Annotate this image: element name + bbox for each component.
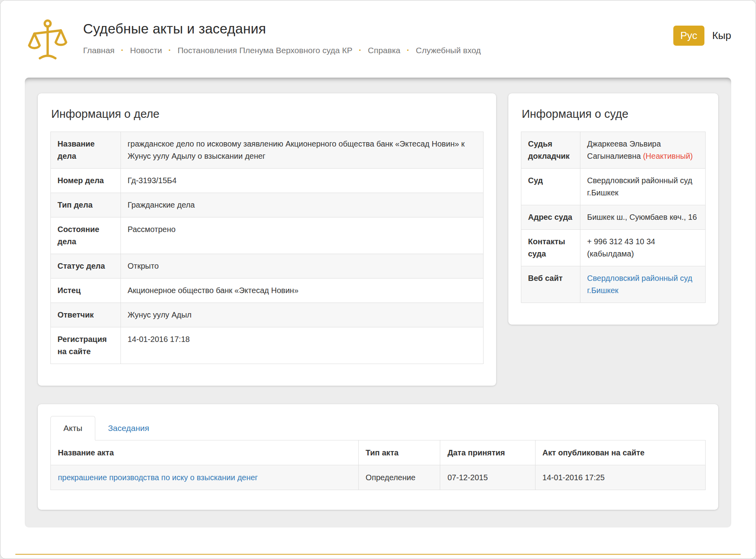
row-value: Гд-3193/15Б4 [121, 169, 484, 193]
scales-of-justice-icon [25, 19, 70, 66]
court-website-link[interactable]: Свердловский районный суд г.Бишкек [587, 274, 692, 295]
row-value: Жунус уулу Адыл [121, 303, 484, 327]
row-value: Бишкек ш., Суюмбаев көч., 16 [580, 205, 706, 230]
lang-rus-button[interactable]: Рус [673, 26, 704, 46]
row-label: Номер дела [51, 169, 121, 193]
acts-tabs: Акты Заседания [50, 416, 706, 440]
nav-item-plenum-resolutions[interactable]: Постановления Пленума Верховного суда КР [178, 46, 352, 55]
row-label: Название дела [51, 132, 121, 169]
row-label: Судья докладчик [521, 132, 580, 169]
row-value: Свердловский районный суд г.Бишкек [580, 266, 706, 303]
header-text: Судебные акты и заседания Главная · Ново… [83, 21, 673, 56]
nav-item-news[interactable]: Новости [130, 46, 162, 55]
column-header-act-type: Тип акта [358, 440, 440, 465]
language-switcher: Рус Кыр [673, 26, 731, 46]
content-panel: Информация о деле Название дела гражданс… [25, 78, 731, 527]
judge-status-badge: (Неактивный) [643, 152, 693, 160]
column-header-date-published: Акт опубликован на сайте [535, 440, 705, 465]
nav-separator-icon: · [169, 45, 171, 56]
row-value: Гражданские дела [121, 193, 484, 217]
tab-sessions[interactable]: Заседания [95, 416, 162, 440]
nav-separator-icon: · [359, 45, 361, 56]
column-header-date-adopted: Дата принятия [440, 440, 535, 465]
case-info-card: Информация о деле Название дела гражданс… [38, 93, 496, 386]
table-header-row: Название акта Тип акта Дата принятия Акт… [51, 440, 706, 465]
acts-table: Название акта Тип акта Дата принятия Акт… [50, 440, 706, 490]
act-type-cell: Определение [358, 465, 440, 490]
table-row: Ответчик Жунус уулу Адыл [51, 303, 484, 327]
act-date-cell: 07-12-2015 [440, 465, 535, 490]
table-row: Истец Акционерное общество банк «Эктесад… [51, 279, 484, 303]
page: Судебные акты и заседания Главная · Ново… [0, 0, 756, 559]
table-row: Веб сайт Свердловский районный суд г.Биш… [521, 266, 706, 303]
nav-item-home[interactable]: Главная [83, 46, 115, 55]
page-title: Судебные акты и заседания [83, 21, 673, 37]
row-value: гражданское дело по исковому заявлению А… [121, 132, 484, 169]
table-row: Адрес суда Бишкек ш., Суюмбаев көч., 16 [521, 205, 706, 230]
row-value: Открыто [121, 254, 484, 279]
main-nav: Главная · Новости · Постановления Пленум… [83, 45, 673, 56]
nav-separator-icon: · [407, 45, 410, 56]
row-label: Истец [51, 279, 121, 303]
table-row: прекрашение производства по иску о взыск… [51, 465, 706, 490]
column-header-act-name: Название акта [51, 440, 359, 465]
row-label: Регистрация на сайте [51, 327, 121, 364]
row-label: Статус дела [51, 254, 121, 279]
row-value: Рассмотрено [121, 217, 484, 254]
case-info-table: Название дела гражданское дело по исково… [50, 132, 484, 364]
row-value: Свердловский районный суд г.Бишкек [580, 169, 706, 205]
table-row: Контакты суда + 996 312 43 10 34 (кабылд… [521, 230, 706, 266]
case-info-title: Информация о деле [51, 108, 484, 121]
info-cards-row: Информация о деле Название дела гражданс… [38, 93, 718, 386]
nav-item-help[interactable]: Справка [368, 46, 400, 55]
header: Судебные акты и заседания Главная · Ново… [0, 0, 756, 78]
court-info-card: Информация о суде Судья докладчик Джарке… [508, 93, 718, 325]
table-row: Суд Свердловский районный суд г.Бишкек [521, 169, 706, 205]
table-row: Состояние дела Рассмотрено [51, 217, 484, 254]
table-row: Регистрация на сайте 14-01-2016 17:18 [51, 327, 484, 364]
nav-separator-icon: · [121, 45, 124, 56]
court-info-table: Судья докладчик Джаркеева Эльвира Сагына… [521, 132, 706, 303]
row-label: Состояние дела [51, 217, 121, 254]
row-label: Контакты суда [521, 230, 580, 266]
row-value: + 996 312 43 10 34 (кабылдама) [580, 230, 706, 266]
row-value: Джаркеева Эльвира Сагыналиевна (Неактивн… [580, 132, 706, 169]
row-value: Акционерное общество банк «Эктесад Новин… [121, 279, 484, 303]
table-row: Судья докладчик Джаркеева Эльвира Сагына… [521, 132, 706, 169]
act-link[interactable]: прекрашение производства по иску о взыск… [58, 473, 258, 482]
row-label: Суд [521, 169, 580, 205]
act-name-cell: прекрашение производства по иску о взыск… [51, 465, 359, 490]
table-row: Статус дела Открыто [51, 254, 484, 279]
nav-item-staff-login[interactable]: Служебный вход [416, 46, 481, 55]
row-value: 14-01-2016 17:18 [121, 327, 484, 364]
table-row: Название дела гражданское дело по исково… [51, 132, 484, 169]
lang-kyr-link[interactable]: Кыр [712, 30, 731, 42]
row-label: Тип дела [51, 193, 121, 217]
acts-card: Акты Заседания Название акта Тип акта Да… [38, 404, 718, 510]
court-info-title: Информация о суде [522, 108, 706, 121]
table-row: Тип дела Гражданские дела [51, 193, 484, 217]
row-label: Ответчик [51, 303, 121, 327]
act-published-cell: 14-01-2016 17:25 [535, 465, 705, 490]
row-label: Адрес суда [521, 205, 580, 230]
row-label: Веб сайт [521, 266, 580, 303]
table-row: Номер дела Гд-3193/15Б4 [51, 169, 484, 193]
bottom-accent-rule [15, 554, 741, 555]
tab-acts[interactable]: Акты [50, 416, 95, 440]
